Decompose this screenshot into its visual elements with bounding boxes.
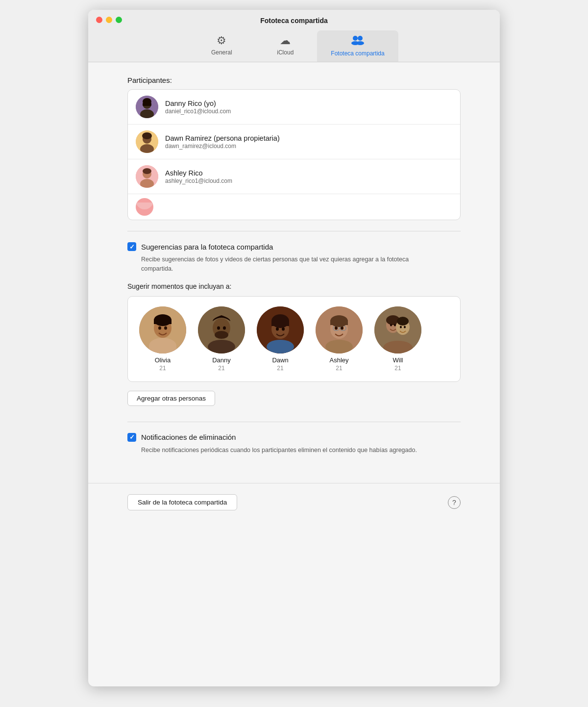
svg-point-28 xyxy=(217,326,220,329)
window-title: Fototeca compartida xyxy=(260,17,328,25)
participant-row-fourth xyxy=(128,194,460,220)
main-window: Fototeca compartida ⚙ General ☁ iCloud xyxy=(88,10,500,686)
svg-point-16 xyxy=(143,168,151,174)
svg-point-0 xyxy=(353,36,358,41)
svg-point-53 xyxy=(397,317,409,326)
avatar-fourth xyxy=(136,198,153,216)
person-danny-count: 21 xyxy=(218,365,224,372)
participant-row-danny: Danny Rico (yo) daniel_rico1@icloud.com xyxy=(128,90,460,125)
notifications-checkbox-row: ✓ Notificaciones de eliminación xyxy=(127,433,461,442)
participant-name-ashley: Ashley Rico xyxy=(165,169,232,177)
cloud-icon: ☁ xyxy=(280,34,291,47)
person-dawn-name: Dawn xyxy=(272,356,288,364)
participants-list: Danny Rico (yo) daniel_rico1@icloud.com … xyxy=(127,89,461,220)
checkmark-icon: ✓ xyxy=(129,244,135,250)
person-danny-name: Danny xyxy=(212,356,231,364)
suggestions-checkbox-row: ✓ Sugerencias para la fototeca compartid… xyxy=(127,242,461,251)
svg-point-31 xyxy=(208,340,235,354)
avatar-dawn xyxy=(136,130,158,153)
participant-email-dawn: dawn_ramirez@icloud.com xyxy=(165,143,280,150)
participant-info-ashley: Ashley Rico ashley_rico1@icloud.com xyxy=(165,169,232,184)
avatar-danny xyxy=(136,96,158,118)
suggestions-checkbox[interactable]: ✓ xyxy=(127,242,136,251)
shared-library-icon xyxy=(351,34,365,48)
tab-shared-library-label: Fototeca compartida xyxy=(331,50,384,57)
person-ashley[interactable]: Ashley 21 xyxy=(312,306,366,372)
participant-row-dawn: Dawn Ramirez (persona propietaria) dawn_… xyxy=(128,125,460,159)
checkmark-icon-2: ✓ xyxy=(129,434,135,440)
photo-danny xyxy=(198,306,245,354)
svg-point-55 xyxy=(394,324,396,326)
svg-point-38 xyxy=(267,340,294,354)
notifications-checkbox[interactable]: ✓ xyxy=(127,433,136,442)
add-people-button[interactable]: Agregar otras personas xyxy=(127,391,215,406)
svg-point-57 xyxy=(404,326,406,328)
notifications-checkbox-label: Notificaciones de eliminación xyxy=(141,433,236,441)
person-will-name: Will xyxy=(393,356,403,364)
suggestions-description: Recibe sugerencias de fotos y videos de … xyxy=(141,255,425,274)
leave-library-button[interactable]: Salir de la fototeca compartida xyxy=(127,494,237,510)
person-ashley-name: Ashley xyxy=(329,356,348,364)
svg-point-30 xyxy=(215,331,228,339)
tab-icloud[interactable]: ☁ iCloud xyxy=(253,30,317,62)
svg-point-54 xyxy=(390,324,392,326)
svg-rect-8 xyxy=(143,103,151,106)
help-button[interactable]: ? xyxy=(448,496,461,509)
svg-rect-23 xyxy=(154,320,172,324)
photo-ashley xyxy=(316,306,363,354)
main-content: Participantes: Danny Rico (yo) dan xyxy=(88,62,500,483)
person-will-count: 21 xyxy=(394,365,401,372)
participant-info-danny: Danny Rico (yo) daniel_rico1@icloud.com xyxy=(165,100,231,115)
svg-point-56 xyxy=(400,326,402,328)
suggestions-checkbox-label: Sugerencias para la fototeca compartida xyxy=(141,243,273,251)
tab-icloud-label: iCloud xyxy=(277,49,294,56)
svg-point-29 xyxy=(223,326,226,329)
person-olivia[interactable]: Olivia 21 xyxy=(136,306,190,372)
photo-will xyxy=(374,306,421,354)
title-bar: Fototeca compartida ⚙ General ☁ iCloud xyxy=(88,10,500,62)
photo-dawn xyxy=(257,306,304,354)
person-dawn-count: 21 xyxy=(277,365,283,372)
svg-point-48 xyxy=(325,340,353,354)
participant-name-dawn: Dawn Ramirez (persona propietaria) xyxy=(165,134,280,142)
svg-rect-47 xyxy=(330,320,348,325)
close-button[interactable] xyxy=(96,17,102,23)
traffic-lights xyxy=(96,17,122,23)
tab-general[interactable]: ⚙ General xyxy=(190,30,253,62)
svg-point-3 xyxy=(356,41,364,45)
maximize-button[interactable] xyxy=(116,17,122,23)
footer: Salir de la fototeca compartida ? xyxy=(88,483,500,525)
person-olivia-name: Olivia xyxy=(155,356,171,364)
svg-point-1 xyxy=(358,36,363,41)
photo-olivia xyxy=(139,306,186,354)
toolbar: ⚙ General ☁ iCloud Fototeca compartida xyxy=(190,30,398,62)
svg-point-21 xyxy=(164,326,167,329)
people-grid: Olivia 21 xyxy=(136,306,452,372)
svg-point-20 xyxy=(158,326,161,329)
people-grid-container: Olivia 21 xyxy=(127,296,461,382)
person-ashley-count: 21 xyxy=(336,365,342,372)
tab-general-label: General xyxy=(211,49,232,56)
gear-icon: ⚙ xyxy=(217,34,226,47)
minimize-button[interactable] xyxy=(106,17,112,23)
person-dawn[interactable]: Dawn 21 xyxy=(253,306,307,372)
person-will[interactable]: Will 21 xyxy=(371,306,425,372)
participant-info-dawn: Dawn Ramirez (persona propietaria) dawn_… xyxy=(165,134,280,150)
participant-row-ashley: Ashley Rico ashley_rico1@icloud.com xyxy=(128,159,460,194)
tab-shared-library[interactable]: Fototeca compartida xyxy=(317,30,398,62)
participant-email-danny: daniel_rico1@icloud.com xyxy=(165,108,231,115)
section-divider-1 xyxy=(127,231,461,231)
notifications-description: Recibe notificaciones periódicas cuando … xyxy=(141,446,425,455)
participants-label: Participantes: xyxy=(127,76,461,84)
section-divider-2 xyxy=(127,422,461,422)
participant-name-danny: Danny Rico (yo) xyxy=(165,100,231,107)
person-danny[interactable]: Danny 21 xyxy=(195,306,248,372)
suggest-moments-label: Sugerir momentos que incluyan a: xyxy=(127,282,461,290)
svg-point-17 xyxy=(136,202,153,209)
avatar-ashley xyxy=(136,165,158,188)
person-olivia-count: 21 xyxy=(159,365,166,372)
svg-rect-37 xyxy=(271,321,289,326)
svg-rect-25 xyxy=(149,346,176,354)
participant-email-ashley: ashley_rico1@icloud.com xyxy=(165,177,232,184)
svg-point-12 xyxy=(142,132,152,139)
